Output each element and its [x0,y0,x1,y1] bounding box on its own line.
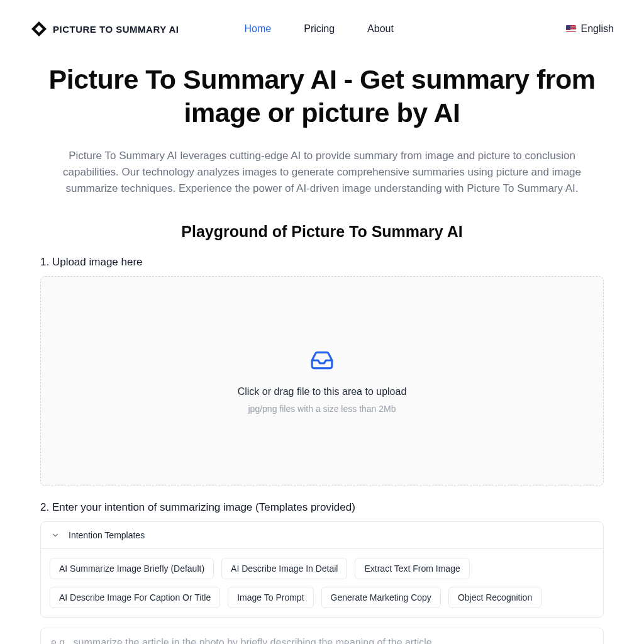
upload-main-text: Click or drag file to this area to uploa… [238,386,407,397]
nav-about[interactable]: About [367,23,394,35]
language-label: English [581,23,614,35]
intention-input[interactable] [40,628,604,644]
template-button[interactable]: AI Describe Image For Caption Or Title [50,587,220,608]
step2-label: 2. Enter your intention of summarizing i… [40,501,604,514]
upload-sub-text: jpg/png files with a size less than 2Mb [248,404,396,414]
logo-text: PICTURE TO SUMMARY AI [53,24,179,35]
templates-collapse-header[interactable]: Intention Templates [40,521,604,549]
template-button[interactable]: Image To Prompt [228,587,313,608]
hero-title: Picture To Summary AI - Get summary from… [40,63,604,130]
templates-header-label: Intention Templates [69,530,145,540]
main-nav: Home Pricing About [245,23,394,35]
hero-description: Picture To Summary AI leverages cutting-… [52,148,592,197]
step1-label: 1. Upload image here [40,256,604,269]
nav-pricing[interactable]: Pricing [304,23,335,35]
template-button[interactable]: Extract Text From Image [355,558,469,579]
upload-dropzone[interactable]: Click or drag file to this area to uploa… [40,276,604,486]
chevron-down-icon [51,531,60,540]
playground-title: Playground of Picture To Summary AI [40,223,604,241]
logo-icon [30,20,48,38]
header: PICTURE TO SUMMARY AI Home Pricing About… [0,0,644,58]
logo[interactable]: PICTURE TO SUMMARY AI [30,20,179,38]
template-button[interactable]: AI Summarize Image Briefly (Default) [50,558,214,579]
inbox-icon [310,348,334,372]
flag-icon [566,25,576,33]
templates-body: AI Summarize Image Briefly (Default) AI … [40,549,604,618]
template-button[interactable]: Generate Marketing Copy [321,587,441,608]
template-button[interactable]: AI Describe Image In Detail [221,558,347,579]
language-selector[interactable]: English [566,23,614,35]
main-content: Picture To Summary AI - Get summary from… [0,63,644,644]
nav-home[interactable]: Home [245,23,272,35]
template-button[interactable]: Object Recognition [448,587,541,608]
